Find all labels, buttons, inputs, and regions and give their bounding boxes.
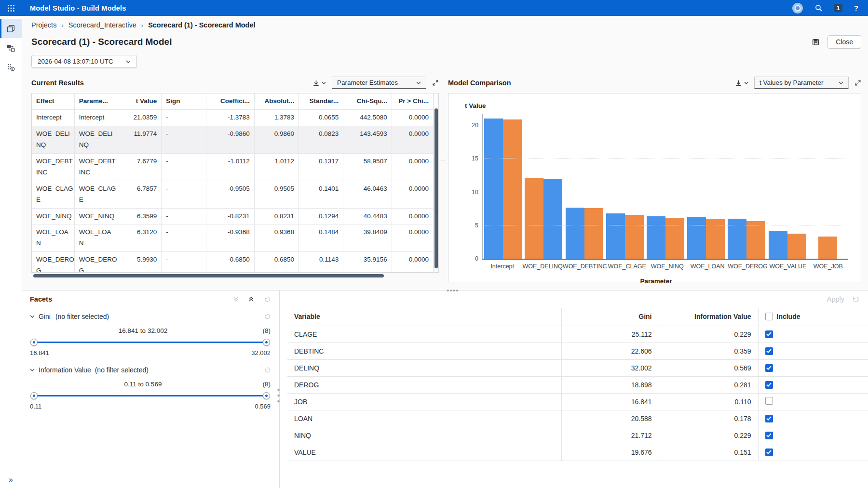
sidebar-expand-icon[interactable]: »: [0, 475, 22, 484]
table-row[interactable]: JOB16.8410.110: [287, 393, 868, 410]
table-row[interactable]: VALUE19.6760.151: [287, 444, 868, 461]
apply-button[interactable]: Apply: [827, 295, 844, 303]
bar-series-blue[interactable]: [606, 213, 625, 259]
bar-series-blue[interactable]: [543, 179, 562, 259]
slider-handle-min[interactable]: [30, 339, 38, 346]
slider-handle-max[interactable]: [263, 392, 270, 399]
bar-series-orange[interactable]: [503, 119, 522, 259]
col-information-value[interactable]: Information Value: [659, 308, 758, 326]
table-row[interactable]: WOE_NINQWOE_NINQ6.3599--0.82310.82310.12…: [32, 208, 434, 224]
sidebar-item-models[interactable]: [0, 19, 22, 38]
bar-group-WOE_DELINQ[interactable]: [523, 178, 564, 259]
table-row[interactable]: DELINQ32.0020.569: [287, 359, 868, 376]
bar-group-Intercept[interactable]: [483, 119, 523, 259]
notifications-badge[interactable]: 1: [834, 4, 842, 12]
column-header[interactable]: Pr > Chi...: [392, 93, 433, 109]
bar-series-orange[interactable]: [665, 218, 684, 259]
bar-series-blue[interactable]: [687, 217, 706, 259]
slider-track[interactable]: [34, 395, 267, 396]
include-all-checkbox[interactable]: [765, 313, 773, 320]
column-header[interactable]: Parame...: [74, 93, 117, 109]
table-row[interactable]: WOE_CLAGEWOE_CLAGE6.7857--0.95050.95050.…: [32, 181, 434, 208]
chevron-down-icon[interactable]: [30, 315, 35, 318]
table-row[interactable]: NINQ21.7120.229: [287, 427, 868, 444]
column-header[interactable]: Coeffici...: [206, 93, 254, 109]
column-header[interactable]: Absolut...: [254, 93, 298, 109]
slider-track[interactable]: [34, 342, 267, 343]
bar-series-orange[interactable]: [525, 178, 543, 259]
sidebar-item-pipeline[interactable]: [0, 38, 22, 57]
reset-icon[interactable]: [264, 296, 271, 303]
bar-group-WOE_DEBTINC[interactable]: [564, 208, 604, 259]
download-icon[interactable]: [312, 79, 326, 87]
include-checkbox[interactable]: [765, 381, 773, 389]
breadcrumb-projects[interactable]: Projects: [31, 21, 56, 29]
horizontal-splitter-handle[interactable]: ●●●●: [447, 288, 459, 293]
vertical-splitter-handle[interactable]: ●●●: [276, 387, 281, 404]
bar-series-blue[interactable]: [769, 231, 787, 259]
expand-all-icon[interactable]: [233, 296, 239, 302]
table-row[interactable]: WOE_DELINQWOE_DELINQ11.9774--0.98600.986…: [32, 126, 434, 153]
include-checkbox[interactable]: [765, 415, 773, 422]
bar-series-blue[interactable]: [647, 216, 665, 259]
bar-group-WOE_JOB[interactable]: [808, 237, 848, 259]
bar-series-orange[interactable]: [818, 237, 837, 259]
help-icon[interactable]: ?: [854, 4, 858, 12]
expand-icon[interactable]: [432, 79, 439, 86]
table-row[interactable]: LOAN20.5880.178: [287, 410, 868, 427]
vertical-scrollbar[interactable]: [434, 93, 438, 272]
col-gini[interactable]: Gini: [561, 308, 659, 326]
panel-splitter[interactable]: ⋮: [439, 76, 448, 282]
reset-icon[interactable]: [264, 367, 271, 373]
chevron-down-icon[interactable]: [30, 369, 35, 371]
column-header[interactable]: t Value: [117, 93, 162, 109]
table-row[interactable]: WOE_DEBTINCWOE_DEBTINC7.6779--1.01121.01…: [32, 153, 434, 181]
include-checkbox[interactable]: [765, 448, 773, 456]
bar-group-WOE_VALUE[interactable]: [767, 231, 808, 259]
bar-series-orange[interactable]: [746, 221, 765, 259]
horizontal-scrollbar[interactable]: [31, 274, 439, 278]
avatar[interactable]: [792, 3, 803, 13]
results-view-select[interactable]: Parameter Estimates: [332, 77, 426, 89]
bar-series-orange[interactable]: [584, 208, 603, 259]
save-icon[interactable]: [812, 38, 820, 46]
timestamp-dropdown[interactable]: 2026-04-08 13:07:10 UTC: [31, 55, 137, 68]
splitter-handle-icon[interactable]: ⋮: [440, 158, 447, 163]
table-row[interactable]: WOE_DEROGWOE_DEROG5.9930--0.68500.68500.…: [32, 252, 434, 273]
close-button[interactable]: Close: [827, 35, 861, 49]
collapse-all-icon[interactable]: [248, 296, 254, 302]
bar-group-WOE_LOAN[interactable]: [686, 217, 726, 259]
column-header[interactable]: Sign: [162, 93, 206, 109]
column-header[interactable]: Chi-Squ...: [343, 93, 392, 109]
chart-view-select[interactable]: t Values by Parameter: [754, 77, 849, 89]
download-icon[interactable]: [735, 79, 748, 87]
include-checkbox[interactable]: [765, 397, 773, 405]
bar-series-blue[interactable]: [566, 208, 584, 259]
slider-handle-max[interactable]: [263, 339, 270, 346]
table-row[interactable]: WOE_LOANWOE_LOAN6.3120--0.93680.93680.14…: [32, 224, 434, 252]
col-variable[interactable]: Variable: [287, 308, 561, 326]
bar-series-orange[interactable]: [625, 215, 644, 259]
slider-handle-min[interactable]: [30, 392, 38, 399]
search-icon[interactable]: [814, 4, 823, 12]
bar-group-WOE_CLAGE[interactable]: [605, 213, 645, 259]
reset-icon[interactable]: [852, 296, 859, 303]
include-checkbox[interactable]: [765, 330, 773, 338]
bar-series-orange[interactable]: [787, 234, 806, 259]
table-row[interactable]: CLAGE25.1120.229: [287, 326, 868, 343]
sidebar-item-data[interactable]: [0, 57, 22, 77]
include-checkbox[interactable]: [765, 364, 773, 372]
breadcrumb-project[interactable]: Scorecard_Interactive: [68, 21, 136, 29]
table-row[interactable]: InterceptIntercept21.0359--1.37831.37830…: [32, 109, 434, 126]
column-header[interactable]: Standar...: [299, 93, 343, 109]
column-header[interactable]: Effect: [32, 93, 74, 109]
include-checkbox[interactable]: [765, 432, 773, 439]
table-row[interactable]: DEROG18.8980.281: [287, 376, 868, 393]
bar-group-WOE_NINQ[interactable]: [645, 216, 686, 259]
include-checkbox[interactable]: [765, 347, 773, 355]
app-switcher-icon[interactable]: [0, 4, 22, 12]
expand-icon[interactable]: [854, 79, 861, 86]
table-row[interactable]: DEBTINC22.6060.359: [287, 343, 868, 359]
reset-icon[interactable]: [264, 313, 271, 320]
bar-series-blue[interactable]: [484, 119, 503, 259]
